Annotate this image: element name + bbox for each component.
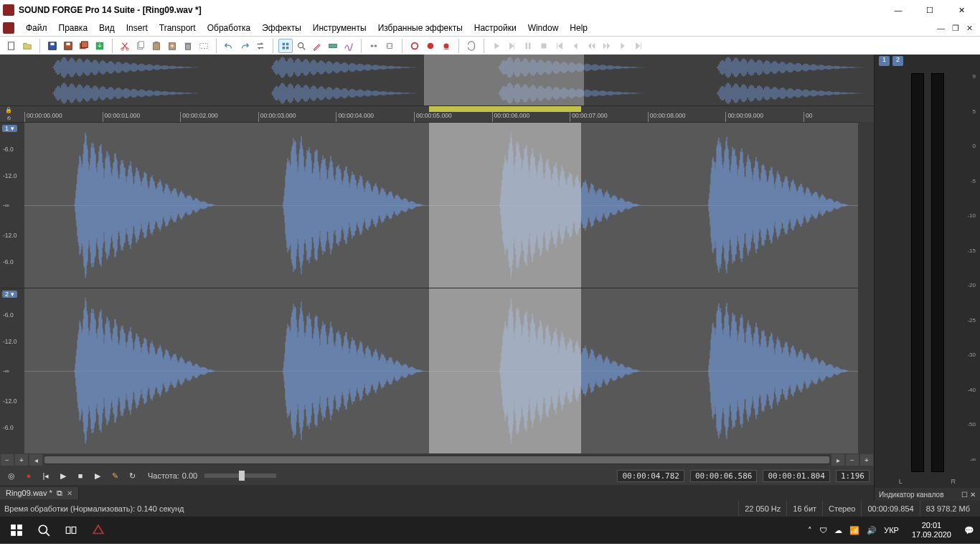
magnify-tool-button[interactable] xyxy=(294,39,308,53)
channel-2-badge[interactable]: 2 ▾ xyxy=(2,291,17,298)
tray-language[interactable]: УКР xyxy=(884,526,899,534)
paste-button[interactable] xyxy=(149,39,164,53)
mdi-close-button[interactable]: ✕ xyxy=(966,24,973,33)
zoom-in-h-button[interactable]: + xyxy=(15,454,28,466)
go-end-button[interactable] xyxy=(631,39,646,53)
tray-network-icon[interactable]: 📶 xyxy=(849,526,859,535)
delete-button[interactable] xyxy=(181,39,195,53)
vertical-scrollbar[interactable] xyxy=(858,122,874,453)
hscroll-track[interactable] xyxy=(44,456,829,464)
undo-button[interactable] xyxy=(222,39,236,53)
rate-slider[interactable] xyxy=(204,474,276,478)
selection-marker[interactable] xyxy=(429,106,582,112)
transport-record-button[interactable]: ● xyxy=(22,468,36,483)
channel-1-badge[interactable]: 1 ▾ xyxy=(2,125,17,132)
selection-start-field[interactable]: 00:00:04.782 xyxy=(617,470,684,482)
zoom-out-v-button[interactable]: − xyxy=(846,454,859,466)
selection-ch1[interactable] xyxy=(429,123,582,288)
export-button[interactable] xyxy=(93,39,107,53)
zoom-in-v-button[interactable]: + xyxy=(860,454,873,466)
tray-clock[interactable]: 20:01 17.09.2020 xyxy=(906,521,957,539)
document-tab-close-icon[interactable]: ✕ xyxy=(67,489,72,497)
menu-insert[interactable]: Insert xyxy=(121,22,154,34)
play-all-button[interactable] xyxy=(505,39,519,53)
tray-notifications-icon[interactable]: 💬 xyxy=(964,526,974,535)
document-tab-pin-icon[interactable]: ⧉ xyxy=(57,489,62,498)
menu-process[interactable]: Обработка xyxy=(202,22,257,34)
tray-cloud-icon[interactable]: ☁ xyxy=(834,526,842,535)
menu-window[interactable]: Window xyxy=(522,22,565,34)
plugin-chain-button[interactable] xyxy=(367,39,381,53)
window-close-button[interactable]: ✕ xyxy=(946,0,977,20)
transport-loop-button[interactable]: ↻ xyxy=(125,468,139,483)
time-ruler[interactable]: 🔒⎋ 00:00:00.00000:00:01.00000:00:02.0000… xyxy=(0,106,874,122)
pause-button[interactable] xyxy=(521,39,535,53)
menu-edit[interactable]: Правка xyxy=(53,22,94,34)
transport-play-button[interactable]: ▶ xyxy=(56,468,70,483)
record-button[interactable] xyxy=(423,39,438,53)
go-prev-button[interactable] xyxy=(568,39,583,53)
transport-go-start-button[interactable]: |◂ xyxy=(39,468,53,483)
menu-transport[interactable]: Transport xyxy=(154,22,202,34)
selection-ch2[interactable] xyxy=(429,288,582,453)
meter-tab-2[interactable]: 2 xyxy=(892,56,903,66)
edit-tool-button[interactable] xyxy=(278,39,293,53)
window-minimize-button[interactable]: — xyxy=(882,0,914,20)
mdi-restore-button[interactable]: ❐ xyxy=(952,24,959,33)
channel-lock-strip[interactable]: 🔒⎋ xyxy=(0,106,17,122)
zoom-out-h-button[interactable]: − xyxy=(1,454,14,466)
scroll-right-button[interactable]: ▸ xyxy=(831,454,844,466)
record-options-button[interactable] xyxy=(439,39,453,53)
trim-button[interactable] xyxy=(197,39,211,53)
transport-scrub-button[interactable]: ✎ xyxy=(108,468,122,483)
cut-button[interactable] xyxy=(118,39,132,53)
transport-stop-button[interactable]: ■ xyxy=(73,468,88,483)
menu-help[interactable]: Help xyxy=(564,22,593,34)
menu-tools[interactable]: Инструменты xyxy=(307,22,372,34)
stop-button[interactable] xyxy=(537,39,551,53)
tray-volume-icon[interactable]: 🔊 xyxy=(867,526,877,535)
meter-panel-pin-icon[interactable]: ☐ xyxy=(961,491,968,499)
horizontal-scrollbar[interactable]: − + ◂ ▸ − + xyxy=(0,453,874,466)
repeat-button[interactable] xyxy=(253,39,268,53)
selection-length-field[interactable]: 00:00:01.804 xyxy=(763,470,829,482)
go-start-button[interactable] xyxy=(552,39,567,53)
ffwd-button[interactable] xyxy=(600,39,614,53)
window-maximize-button[interactable]: ☐ xyxy=(914,0,946,20)
taskview-icon[interactable] xyxy=(57,517,85,544)
menu-fav-fx[interactable]: Избранные эффекты xyxy=(372,22,468,34)
event-tool-button[interactable] xyxy=(326,39,340,53)
mix-paste-button[interactable] xyxy=(165,39,179,53)
rewind-button[interactable] xyxy=(584,39,598,53)
scroll-left-button[interactable]: ◂ xyxy=(29,454,42,466)
menu-effects[interactable]: Эффекты xyxy=(256,22,307,34)
play-button[interactable] xyxy=(489,39,504,53)
taskbar-app-icon[interactable] xyxy=(85,517,112,544)
copy-button[interactable] xyxy=(133,39,148,53)
mdi-minimize-button[interactable]: — xyxy=(937,24,945,33)
document-tab[interactable]: Ring09.wav * ⧉ ✕ xyxy=(0,487,79,499)
meter-panel-close-icon[interactable]: ✕ xyxy=(970,491,976,499)
transport-arm-button[interactable]: ◎ xyxy=(4,468,19,483)
tray-chevron-up-icon[interactable]: ˄ xyxy=(808,526,812,535)
redo-button[interactable] xyxy=(237,39,252,53)
tray-security-icon[interactable]: 🛡 xyxy=(819,526,827,534)
menu-file[interactable]: Файл xyxy=(20,22,53,34)
open-button[interactable] xyxy=(20,39,34,53)
save-all-button[interactable] xyxy=(77,39,91,53)
overview-pane[interactable] xyxy=(0,55,874,106)
pencil-tool-button[interactable] xyxy=(310,39,324,53)
track-ch2[interactable] xyxy=(24,288,858,453)
meter-tab-1[interactable]: 1 xyxy=(879,56,890,66)
envelope-tool-button[interactable] xyxy=(341,39,356,53)
record-arm-button[interactable] xyxy=(407,39,422,53)
save-button[interactable] xyxy=(45,39,60,53)
menu-options[interactable]: Настройки xyxy=(468,22,522,34)
search-icon[interactable] xyxy=(30,517,57,544)
loop-button[interactable] xyxy=(464,39,479,53)
track-ch1[interactable] xyxy=(24,122,858,288)
start-button[interactable] xyxy=(3,517,30,544)
zoom-ratio-field[interactable]: 1:196 xyxy=(836,470,870,482)
go-next-button[interactable] xyxy=(616,39,630,53)
script-button[interactable] xyxy=(382,39,397,53)
